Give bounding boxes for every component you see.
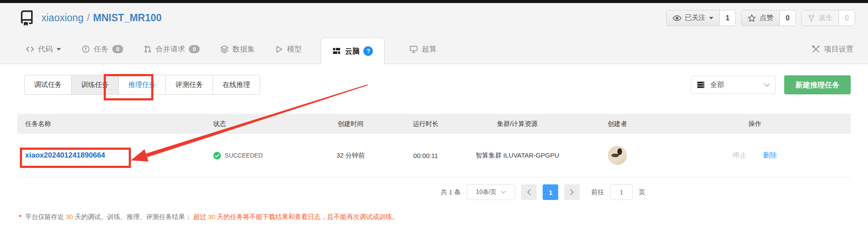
creator-avatar[interactable] [608,146,627,165]
subtab-inference[interactable]: 推理任务 [118,75,166,95]
task-ops-cell: 停止 删除 [659,151,851,160]
code-icon [26,45,34,53]
star-count[interactable]: 0 [780,10,795,26]
footnote-warning: 天的任务将不能下载结果和查看日志，且不能再次调试或训练。 [215,213,398,220]
chevron-down-icon [501,190,506,194]
delete-button[interactable]: 删除 [763,151,777,159]
pagination: 共 1 条 10条/页 1 前往 页 [17,184,851,200]
window-top-strip [0,0,868,3]
repo-header: xiaoxiong/MNIST_MR100 已关注 1 点赞 [0,3,868,64]
next-page-button[interactable] [564,184,580,200]
goto-label: 前往 [591,188,604,197]
footnote-text: 天的调试、训练、推理、评测任务结果； [73,213,193,220]
repo-owner-link[interactable]: xiaoxiong [41,12,83,23]
repo-name-link[interactable]: MNIST_MR100 [93,12,162,23]
model-icon [275,45,283,53]
subtab-train[interactable]: 训练任务 [71,75,119,95]
footnote-text: 平台仅留存近 [23,213,66,220]
star-button-group: 点赞 0 [741,10,796,26]
tools-icon [812,45,820,53]
tab-cloudbrain-label: 云脑 [345,46,359,56]
stop-button: 停止 [733,151,747,159]
col-header-duration: 运行时长 [392,120,459,128]
tab-settings-label: 项目设置 [824,44,853,54]
tab-settings[interactable]: 项目设置 [810,44,855,64]
task-status-cell: SUCCEEDED [213,151,309,160]
col-header-creator: 创建者 [575,120,659,128]
fork-button[interactable]: 派生 [801,10,839,26]
repo-book-icon [19,10,35,26]
watch-button[interactable]: 已关注 [667,10,720,26]
col-header-created: 创建时间 [309,120,392,128]
chevron-down-icon [764,83,770,87]
breadcrumb: xiaoxiong/MNIST_MR100 [41,12,162,24]
breadcrumb-separator: / [87,12,89,23]
repo-title-row: xiaoxiong/MNIST_MR100 已关注 1 点赞 [19,10,855,26]
tab-issues[interactable]: 任务 0 [80,44,125,64]
tab-models[interactable]: 模型 [273,44,303,64]
subtab-online[interactable]: 在线推理 [213,75,260,95]
subtab-evaluate[interactable]: 评测任务 [165,75,213,95]
task-type-tabs: 调试任务 训练任务 推理任务 评测任务 在线推理 [24,75,260,95]
tab-models-label: 模型 [287,44,302,54]
cloudbrain-icon [332,47,341,55]
tab-code[interactable]: 代码 [24,44,63,64]
retention-footnote: * 平台仅留存近 30 天的调试、训练、推理、评测任务结果； 超过 30 天的任… [19,213,851,221]
col-header-status: 状态 [213,120,309,128]
page-size-select[interactable]: 10条/页 [467,184,515,200]
new-inference-task-button[interactable]: 新建推理任务 [784,75,851,94]
tab-hpc[interactable]: 超算 [408,44,438,64]
watch-button-group: 已关注 1 [666,10,736,26]
issues-count-badge: 0 [112,45,123,53]
col-header-ops: 操作 [659,120,851,128]
page-size-value: 10条/页 [476,188,496,196]
watch-label: 已关注 [685,13,706,23]
table-row: xiaox202401241890664 SUCCEEDED 32 分钟前 00… [17,134,851,177]
goto-page-input[interactable] [610,184,633,200]
tab-pulls-label: 合并请求 [156,44,185,54]
star-button[interactable]: 点赞 [741,10,780,26]
caret-down-icon [709,17,713,19]
prev-page-button[interactable] [521,184,537,200]
cloudbrain-content: 调试任务 训练任务 推理任务 评测任务 在线推理 全部 新建推理任务 任务名称 … [0,64,868,221]
tab-hpc-label: 超算 [422,44,436,54]
fork-icon [808,14,815,22]
check-circle-icon [213,151,221,160]
repo-action-buttons: 已关注 1 点赞 0 派生 [666,10,855,26]
watch-count[interactable]: 1 [720,10,735,26]
task-name-link[interactable]: xiaox202401241890664 [25,151,105,159]
star-label: 点赞 [760,13,773,23]
footnote-asterisk: * [19,213,22,220]
page-unit-label: 页 [639,188,645,197]
subtab-right-tools: 全部 新建推理任务 [691,75,851,94]
task-duration-cell: 00:00:11 [392,152,459,159]
task-cluster-cell: 智算集群 ILUVATAR-GPGPU [459,151,575,160]
star-icon [747,14,756,23]
pulls-count-badge: 0 [189,45,200,53]
issue-icon [82,45,90,53]
caret-down-icon [57,48,61,51]
task-creator-cell [575,146,659,165]
tab-datasets[interactable]: 数据集 [219,44,256,64]
filter-selected-value: 全部 [710,81,724,90]
tab-issues-label: 任务 [94,44,108,54]
pull-request-icon [144,45,152,53]
pagination-total: 共 1 条 [441,188,461,197]
task-created-cell: 32 分钟前 [309,151,392,160]
tab-cloudbrain[interactable]: 云脑 ? [321,38,385,64]
footnote-warning: 超过 [193,213,208,220]
subtab-row: 调试任务 训练任务 推理任务 评测任务 在线推理 全部 新建推理任务 [24,75,851,95]
page-1-button[interactable]: 1 [543,184,558,200]
cluster-filter-select[interactable]: 全部 [691,76,776,94]
layers-icon [220,45,229,53]
fork-label: 派生 [819,13,833,23]
tab-code-label: 代码 [38,44,53,54]
tab-pulls[interactable]: 合并请求 0 [142,44,201,64]
subtab-debug[interactable]: 调试任务 [24,75,72,95]
col-header-cluster: 集群/计算资源 [459,120,575,128]
server-icon [696,81,705,89]
footnote-days: 30 [66,213,73,220]
repo-nav-tabs: 代码 任务 0 合并请求 0 数据集 模型 [24,38,855,64]
help-icon[interactable]: ? [363,46,373,56]
fork-count[interactable]: 0 [839,10,855,26]
